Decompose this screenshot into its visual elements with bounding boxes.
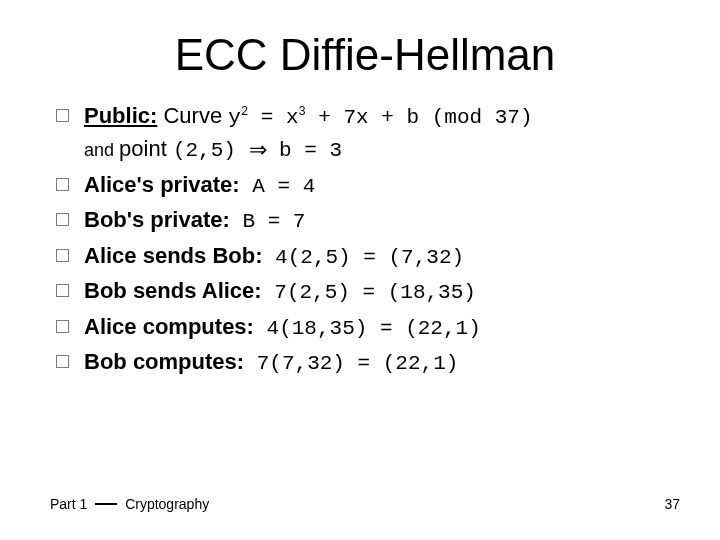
text: Curve xyxy=(157,103,228,128)
bullet-icon xyxy=(56,178,69,191)
eq-tail: + 7x + b (mod 37) xyxy=(306,106,533,129)
value: 7(2,5) = (18,35) xyxy=(262,281,476,304)
bullet-list: Public: Curve y2 = x3 + 7x + b (mod 37) … xyxy=(56,100,680,380)
equation: y2 = x3 + 7x + b (mod 37) xyxy=(228,106,532,129)
bullet-icon xyxy=(56,320,69,333)
footer-topic: Cryptography xyxy=(121,496,209,512)
implies-icon: ⇒ xyxy=(249,137,267,162)
label-alice-sends: Alice sends Bob: xyxy=(84,243,262,268)
point-value: (2,5) xyxy=(173,139,249,162)
text-point: point xyxy=(119,136,173,161)
dash-icon xyxy=(95,503,117,505)
list-item: Bob sends Alice: 7(2,5) = (18,35) xyxy=(56,275,680,308)
text-and: and xyxy=(84,140,119,160)
bullet-icon xyxy=(56,284,69,297)
bullet-icon xyxy=(56,213,69,226)
value: 4(18,35) = (22,1) xyxy=(254,317,481,340)
footer-text: Part 1 Cryptography xyxy=(50,496,209,512)
bullet-icon xyxy=(56,109,69,122)
list-item: Bob's private: B = 7 xyxy=(56,204,680,237)
label-bob-private: Bob's private: xyxy=(84,207,230,232)
value: B = 7 xyxy=(230,210,306,233)
label-public: Public: xyxy=(84,103,157,128)
value: A = 4 xyxy=(240,175,316,198)
list-item: Alice sends Bob: 4(2,5) = (7,32) xyxy=(56,240,680,273)
sup-2: 2 xyxy=(241,105,248,119)
footer-part: Part 1 xyxy=(50,496,91,512)
sup-3: 3 xyxy=(299,105,306,119)
list-item: Alice computes: 4(18,35) = (22,1) xyxy=(56,311,680,344)
list-item: Public: Curve y2 = x3 + 7x + b (mod 37) … xyxy=(56,100,680,167)
list-item: Alice's private: A = 4 xyxy=(56,169,680,202)
page-number: 37 xyxy=(664,496,680,512)
value: 4(2,5) = (7,32) xyxy=(262,246,464,269)
label-alice-private: Alice's private: xyxy=(84,172,240,197)
slide-title: ECC Diffie-Hellman xyxy=(50,30,680,80)
label-bob-sends: Bob sends Alice: xyxy=(84,278,262,303)
slide: ECC Diffie-Hellman Public: Curve y2 = x3… xyxy=(0,0,720,540)
b-value: b = 3 xyxy=(267,139,343,162)
eq-y: y xyxy=(228,106,241,129)
list-item: Bob computes: 7(7,32) = (22,1) xyxy=(56,346,680,379)
value: 7(7,32) = (22,1) xyxy=(244,352,458,375)
bullet-icon xyxy=(56,249,69,262)
label-bob-computes: Bob computes: xyxy=(84,349,244,374)
label-alice-computes: Alice computes: xyxy=(84,314,254,339)
eq-mid: = x xyxy=(248,106,298,129)
bullet-icon xyxy=(56,355,69,368)
